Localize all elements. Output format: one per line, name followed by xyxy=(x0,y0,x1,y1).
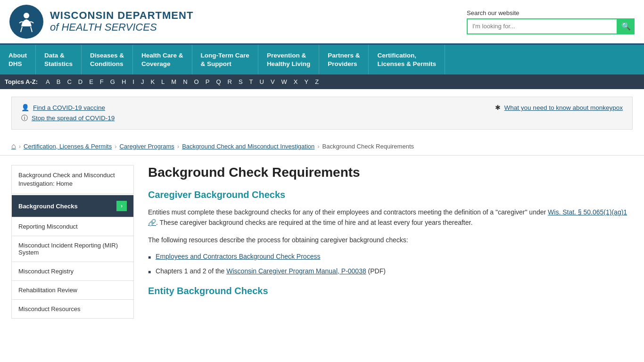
sidebar-item-label: Misconduct Resources xyxy=(18,305,81,313)
breadcrumb-sep-2: › xyxy=(115,143,116,150)
az-link-z[interactable]: Z xyxy=(313,77,321,86)
monkeypox-link[interactable]: What you need to know about monkeypox xyxy=(504,104,623,111)
search-input[interactable] xyxy=(467,18,618,34)
az-link-j[interactable]: J xyxy=(139,77,147,86)
az-link-y[interactable]: Y xyxy=(302,77,311,86)
az-link-s[interactable]: S xyxy=(236,77,245,86)
breadcrumb-home[interactable]: ⌂ xyxy=(11,142,16,150)
sidebar: Background Check and Misconduct Investig… xyxy=(11,165,134,319)
page-layout: Background Check and Misconduct Investig… xyxy=(0,156,644,328)
az-link-f[interactable]: F xyxy=(98,77,106,86)
sidebar-item-label: Misconduct Incident Reporting (MIR) Syst… xyxy=(18,242,127,256)
breadcrumb-sep-1: › xyxy=(19,143,21,150)
search-label: Search our website xyxy=(467,9,519,16)
sidebar-item-background-checks[interactable]: Background Checks › xyxy=(11,195,134,217)
az-link-t[interactable]: T xyxy=(247,77,256,86)
az-link-i[interactable]: I xyxy=(130,77,137,86)
home-icon: ⌂ xyxy=(11,142,16,150)
site-header: WISCONSIN DEPARTMENT of HEALTH SERVICES … xyxy=(0,0,644,45)
breadcrumb-cert[interactable]: Certification, Licenses & Permits xyxy=(24,143,112,150)
sidebar-item-resources[interactable]: Misconduct Resources xyxy=(11,300,134,319)
logo-text: WISCONSIN DEPARTMENT of HEALTH SERVICES xyxy=(50,10,193,34)
content-para-1: Entities must complete these background … xyxy=(148,207,633,228)
alert-banner: 👤 Find a COVID-19 vaccine ⓘ Stop the spr… xyxy=(11,97,633,130)
sidebar-item-reporting-misconduct[interactable]: Reporting Misconduct xyxy=(11,217,134,236)
nav-prevention[interactable]: Prevention &Healthy Living xyxy=(258,45,319,74)
section1-title: Caregiver Background Checks xyxy=(148,189,633,200)
sidebar-home-link[interactable]: Background Check and Misconduct Investig… xyxy=(11,165,134,194)
search-button[interactable]: 🔍 xyxy=(618,18,635,34)
az-link-o[interactable]: O xyxy=(192,77,201,86)
az-link-h[interactable]: H xyxy=(119,77,128,86)
logo-area: WISCONSIN DEPARTMENT of HEALTH SERVICES xyxy=(9,5,193,39)
az-link-m[interactable]: M xyxy=(169,77,179,86)
alert-left: 👤 Find a COVID-19 vaccine ⓘ Stop the spr… xyxy=(21,104,115,123)
alert-right: ✱ What you need to know about monkeypox xyxy=(495,104,623,111)
az-link-q[interactable]: Q xyxy=(214,77,223,86)
az-link-g[interactable]: G xyxy=(108,77,117,86)
alert-covid-spread: ⓘ Stop the spread of COVID-19 xyxy=(21,114,115,123)
org-name-line2: of HEALTH SERVICES xyxy=(50,21,193,33)
sidebar-item-label: Reporting Misconduct xyxy=(18,223,78,230)
nav-partners[interactable]: Partners &Providers xyxy=(319,45,369,74)
breadcrumb-caregiver[interactable]: Caregiver Programs xyxy=(119,143,174,150)
section2-title: Entity Background Checks xyxy=(148,286,633,296)
list-item-1: ■ Employees and Contractors Background C… xyxy=(148,252,633,262)
main-nav: AboutDHS Data &Statistics Diseases &Cond… xyxy=(0,45,644,74)
sidebar-item-registry[interactable]: Misconduct Registry xyxy=(11,262,134,281)
az-link-d[interactable]: D xyxy=(76,77,85,86)
az-link-b[interactable]: B xyxy=(54,77,63,86)
alert-monkeypox: ✱ What you need to know about monkeypox xyxy=(495,104,623,111)
list-item-2: ■ Chapters 1 and 2 of the Wisconsin Care… xyxy=(148,266,633,276)
breadcrumb-bgcheck[interactable]: Background Check and Misconduct Investig… xyxy=(182,143,314,150)
sidebar-item-label: Rehabilitation Review xyxy=(18,287,77,294)
sidebar-item-label: Background Checks xyxy=(18,203,78,210)
logo-icon xyxy=(9,5,43,39)
az-link-a[interactable]: A xyxy=(43,77,52,86)
nav-data-statistics[interactable]: Data &Statistics xyxy=(36,45,82,74)
nav-certification[interactable]: Certification,Licenses & Permits xyxy=(369,45,445,74)
az-link-u[interactable]: U xyxy=(257,77,266,86)
sidebar-arrow-icon: › xyxy=(116,201,127,211)
list-item-2-text: Chapters 1 and 2 of the Wisconsin Caregi… xyxy=(156,266,386,276)
svg-point-0 xyxy=(24,13,29,18)
nav-diseases-conditions[interactable]: Diseases &Conditions xyxy=(82,45,133,74)
az-link-v[interactable]: V xyxy=(268,77,277,86)
az-link-n[interactable]: N xyxy=(181,77,190,86)
person-icon: 👤 xyxy=(21,104,29,111)
az-bar: Topics A-Z: A B C D E F G H I J K L M N … xyxy=(0,74,644,89)
info-icon: ⓘ xyxy=(21,114,28,122)
az-link-r[interactable]: R xyxy=(225,77,234,86)
az-link-c[interactable]: C xyxy=(65,77,74,86)
breadcrumb-sep-4: › xyxy=(317,143,319,150)
nav-health-care[interactable]: Health Care &Coverage xyxy=(133,45,192,74)
az-link-l[interactable]: L xyxy=(159,77,167,86)
az-link-e[interactable]: E xyxy=(87,77,96,86)
employees-contractors-link[interactable]: Employees and Contractors Background Che… xyxy=(156,253,320,260)
page-title: Background Check Requirements xyxy=(148,165,633,180)
az-label: Topics A-Z: xyxy=(5,78,38,85)
breadcrumb-current: Background Check Requirements xyxy=(322,143,414,150)
search-area: Search our website 🔍 xyxy=(467,9,635,34)
sidebar-item-label: Misconduct Registry xyxy=(18,268,74,275)
covid-spread-link[interactable]: Stop the spread of COVID-19 xyxy=(32,115,115,122)
nav-about-dhs[interactable]: AboutDHS xyxy=(0,45,36,74)
statute-link[interactable]: Wis. Stat. § 50.065(1)(ag)1 🔗 xyxy=(148,208,627,226)
sidebar-item-mir[interactable]: Misconduct Incident Reporting (MIR) Syst… xyxy=(11,236,134,262)
az-link-w[interactable]: W xyxy=(279,77,289,86)
az-link-p[interactable]: P xyxy=(203,77,212,86)
az-link-k[interactable]: K xyxy=(148,77,157,86)
sidebar-item-rehabilitation[interactable]: Rehabilitation Review xyxy=(11,281,134,300)
breadcrumb-sep-3: › xyxy=(177,143,179,150)
nav-long-term-care[interactable]: Long-Term Care& Support xyxy=(192,45,258,74)
alert-covid-vaccine: 👤 Find a COVID-19 vaccine xyxy=(21,104,115,111)
list-item-1-text: Employees and Contractors Background Che… xyxy=(156,252,320,262)
az-link-x[interactable]: X xyxy=(291,77,300,86)
org-name-line1: WISCONSIN DEPARTMENT xyxy=(50,10,193,21)
asterisk-icon: ✱ xyxy=(495,104,501,111)
list-bullet-1: ■ xyxy=(148,254,151,261)
list-bullet-2: ■ xyxy=(148,268,151,275)
search-box: 🔍 xyxy=(467,18,635,34)
covid-vaccine-link[interactable]: Find a COVID-19 vaccine xyxy=(33,104,105,111)
caregiver-manual-link[interactable]: Wisconsin Caregiver Program Manual, P-00… xyxy=(226,267,366,275)
